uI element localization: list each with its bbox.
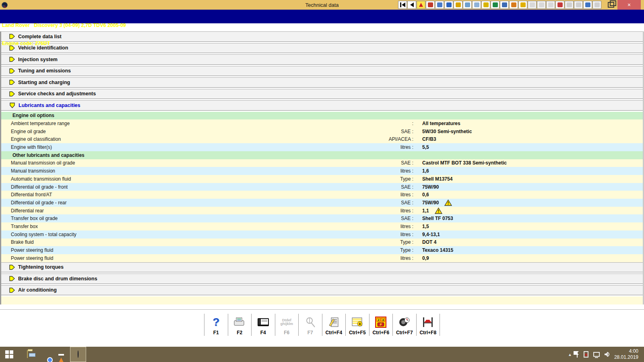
section-label: Brake disc and drum dimensions xyxy=(18,276,97,282)
section-tuning-and-emissions[interactable]: Tuning and emissions xyxy=(1,66,643,76)
fkey-button-ctrl-f7[interactable]: Ctrl+F7 xyxy=(393,314,417,336)
row-unit: litres : xyxy=(359,255,413,261)
mirror-icon[interactable] xyxy=(565,1,574,9)
chevron-right-icon xyxy=(9,91,15,97)
section-injection-system[interactable]: Injection system xyxy=(1,54,643,65)
row-label: Engine oil grade xyxy=(1,129,359,134)
taskbar-item-chrome[interactable] xyxy=(36,347,52,362)
row-value: 5,5 xyxy=(422,144,643,150)
assist-icon[interactable] xyxy=(546,1,555,9)
section-brake-disc-and-drum-dimensions[interactable]: Brake disc and drum dimensions xyxy=(1,274,643,284)
fkey-button-ctrl-f8[interactable]: Ctrl+F8 xyxy=(417,314,440,336)
windows-logo-icon xyxy=(5,350,13,358)
keys-icon[interactable] xyxy=(472,1,481,9)
row-unit: Type : xyxy=(359,176,413,182)
restore-window-button[interactable] xyxy=(608,2,614,8)
row-unit: SAE : xyxy=(359,184,413,190)
battery-icon[interactable] xyxy=(584,351,588,358)
section-air-conditioning[interactable]: Air conditioning xyxy=(1,285,643,296)
scale-icon[interactable] xyxy=(574,1,583,9)
seat-icon[interactable] xyxy=(555,1,564,9)
notes-icon xyxy=(328,315,339,330)
svg-text:⚡: ⚡ xyxy=(379,322,383,326)
chevron-right-icon xyxy=(9,68,15,74)
radio-icon[interactable] xyxy=(509,1,518,9)
mouse-icon[interactable] xyxy=(454,1,462,9)
taskbar-clock[interactable]: 4:00 28.01.2019 xyxy=(614,348,640,360)
fkey-button-ctrl-f6[interactable]: 23⚡Ctrl+F6 xyxy=(369,314,393,336)
warning-triangle-icon: ! xyxy=(444,200,452,206)
svg-text:+: + xyxy=(359,322,361,326)
taskbar-item-autodata[interactable] xyxy=(70,347,86,362)
monitor-icon[interactable] xyxy=(426,1,435,9)
section-tightening-torques[interactable]: Tightening torques xyxy=(1,262,643,273)
row-label: Differential front/AT xyxy=(1,192,359,197)
wrench-icon[interactable] xyxy=(435,1,444,9)
fkey-button-ctrl-f4[interactable]: Ctrl+F4 xyxy=(322,314,346,336)
table-row: Power steering fluidType :Texaco 14315 xyxy=(1,246,643,254)
row-unit: SAE : xyxy=(359,216,413,221)
table-row: Ambient temperature range:All temperatur… xyxy=(1,119,643,128)
fkey-button-f6[interactable]: DtdefghijklmF6 xyxy=(275,314,299,336)
gauge-icon[interactable] xyxy=(518,1,527,9)
svg-text:2: 2 xyxy=(378,318,380,322)
taskbar-item-explorer[interactable] xyxy=(19,347,35,362)
table-row: Transfer box oil gradeSAE :Shell TF 0753 xyxy=(1,214,643,222)
table-row: Engine oil gradeSAE :5W/30 Semi-syntheti… xyxy=(1,128,643,136)
section-vehicle-identification[interactable]: Vehicle identification xyxy=(1,43,643,53)
section-service-checks-and-adjustments[interactable]: Service checks and adjustments xyxy=(1,89,643,99)
row-value: 75W/90! xyxy=(422,200,643,206)
row-value: CF/B3 xyxy=(422,136,643,142)
lift-icon[interactable] xyxy=(491,1,500,9)
section-starting-and-charging[interactable]: Starting and charging xyxy=(1,77,643,88)
fkey-button-f4[interactable]: F4 xyxy=(252,314,275,336)
tray-expand-icon[interactable]: ▲ xyxy=(568,352,572,357)
ramp-icon[interactable] xyxy=(481,1,490,9)
titlebar: Technical data × xyxy=(0,0,644,10)
row-value: Shell M13754 xyxy=(422,176,643,182)
gears-icon[interactable] xyxy=(537,1,546,9)
fkey-label: Ctrl+F5 xyxy=(349,330,366,335)
fkey-button-f7[interactable]: F7 xyxy=(299,314,322,336)
fkey-label: Ctrl+F6 xyxy=(372,330,389,335)
table-group-header: Other lubricants and capacities xyxy=(1,151,643,159)
table-row: Automatic transmission fluidType :Shell … xyxy=(1,175,643,183)
fkey-label: Ctrl+F4 xyxy=(325,330,342,335)
row-value-text: Shell M13754 xyxy=(422,176,452,182)
accordion-bottom: Tightening torquesBrake disc and drum di… xyxy=(1,262,643,296)
action-center-icon[interactable] xyxy=(577,351,579,358)
fkey-button-f2[interactable]: F2 xyxy=(228,314,252,336)
section-label: Starting and charging xyxy=(18,80,70,85)
brake-disc-icon[interactable] xyxy=(583,1,592,9)
network-icon[interactable] xyxy=(593,352,600,357)
table-row: Differential rearlitres :1,1! xyxy=(1,207,643,215)
row-value: 1,5 xyxy=(422,224,643,229)
row-unit: SAE : xyxy=(359,160,413,166)
svg-text:!: ! xyxy=(438,209,439,214)
frame-icon[interactable] xyxy=(592,1,601,9)
section-lubricants-and-capacities[interactable]: Lubricants and capacities xyxy=(1,100,643,111)
truck-icon[interactable] xyxy=(500,1,509,9)
row-label: Manual transmission oil grade xyxy=(1,160,359,166)
taskbar: ▲ 4:00 28.01.2019 xyxy=(0,347,644,362)
row-label: Ambient temperature range xyxy=(1,121,359,126)
wheel-icon[interactable] xyxy=(463,1,472,9)
volume-icon[interactable] xyxy=(605,352,609,357)
taskbar-item-vlc[interactable] xyxy=(53,347,69,362)
warning-icon[interactable] xyxy=(417,1,425,9)
section-complete-data-list[interactable]: Complete data list xyxy=(1,31,643,42)
chevron-right-icon xyxy=(9,79,15,85)
row-value-text: 9,4-13,1 xyxy=(422,232,440,237)
row-label: Engine oil options xyxy=(1,113,359,118)
row-value-text: DOT 4 xyxy=(422,239,436,245)
table-row: Brake fluidType :DOT 4 xyxy=(1,239,643,247)
go-first-icon[interactable] xyxy=(398,1,407,9)
row-value-text: 75W/90 xyxy=(422,184,439,190)
globe-icon[interactable] xyxy=(444,1,453,9)
service-time-icon xyxy=(398,315,411,330)
door-icon[interactable] xyxy=(528,1,537,9)
start-button[interactable] xyxy=(0,347,19,362)
fkey-button-f1[interactable]: ?F1 xyxy=(204,314,228,336)
go-back-icon[interactable] xyxy=(407,1,416,9)
fkey-button-ctrl-f5[interactable]: +Ctrl+F5 xyxy=(346,314,369,336)
